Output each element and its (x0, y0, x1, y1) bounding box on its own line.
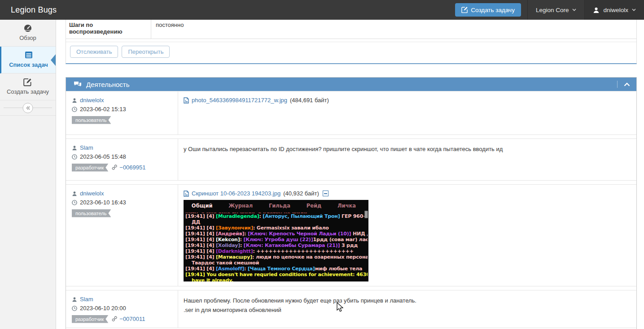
main-content: Шаги по воспроизведению постоянно Отслеж… (56, 20, 644, 329)
chat-line: [19:41] [4] [Kekcon]: [Ключ: Утроба душ … (185, 237, 368, 242)
role-badge: разработчик (72, 315, 108, 323)
chevron-up-icon (624, 82, 630, 87)
clock-icon (72, 154, 77, 160)
table-spacer (66, 39, 636, 42)
comment-date: 2023-06-10 16:43 (80, 199, 126, 206)
top-navbar: Legion Bugs Создать задачу Legion Core d… (0, 0, 644, 20)
chat-tab: Журнал (228, 203, 253, 209)
attachment-size: (484,691 байт) (290, 97, 329, 104)
chevron-down-icon (572, 9, 576, 11)
create-issue-button[interactable]: Создать задачу (455, 3, 521, 17)
clock-icon (72, 306, 77, 311)
monitor-button[interactable]: Отслеживать (70, 46, 118, 58)
row-spacer (66, 286, 636, 290)
project-menu[interactable]: Legion Core (527, 0, 585, 20)
chat-tab: Гильда (269, 203, 290, 209)
comment-date: 2023-06-02 15:13 (80, 106, 126, 113)
sidebar-item-issue-list[interactable]: Список задач (0, 47, 56, 74)
chat-tab: Рейд (307, 203, 322, 209)
sidebar-collapse-button[interactable] (23, 103, 33, 113)
comment-date: 2023-06-05 15:48 (80, 153, 126, 160)
field-label-steps-to-reproduce: Шаги по воспроизведению (66, 20, 151, 39)
double-chevron-left-icon (26, 106, 30, 110)
chat-line: [19:41] [4] [Xoliday]: [Ключ: Катакомбы … (185, 242, 368, 248)
chat-tab: Общий (192, 203, 213, 209)
chat-line: [19:41] [4] [Muradlegenda]: [Анторус, Пы… (185, 213, 368, 219)
activity-panel: Деятельность dniwelolx (66, 77, 637, 329)
chat-line: ДД (185, 219, 368, 225)
comment-author-link[interactable]: dniwelolx (80, 190, 104, 197)
activity-header: Деятельность (66, 78, 636, 91)
panel-footer-strip (66, 328, 636, 329)
chat-scrollbar-thumb (364, 211, 368, 218)
chat-tabs: Общий Журнал Гильда Рейд Личка (184, 203, 364, 209)
attachment-link[interactable]: photo_5463369984911721772_w.jpg (192, 97, 287, 104)
app-title: Legion Bugs (0, 5, 57, 15)
user-icon (593, 7, 600, 13)
user-icon (72, 98, 77, 103)
note-id-link[interactable]: −0070011 (119, 316, 145, 322)
attachment-link[interactable]: Скриншот 10-06-2023 194203.jpg (192, 190, 280, 197)
chat-line: have it already. (185, 277, 368, 281)
chat-line: [19:41] [4] [Ddarknightt]: +++++++++++++… (185, 248, 368, 254)
chevron-down-icon (632, 9, 636, 11)
user-icon (72, 297, 77, 302)
link-icon (112, 164, 118, 170)
chat-tab: Личка (337, 203, 356, 209)
activity-title: Деятельность (86, 81, 130, 88)
comment-text: у Оши пытались перезасчитать по ID дости… (184, 144, 631, 154)
user-icon (72, 145, 77, 151)
active-item-arrow (51, 54, 56, 66)
comment-text-line: Нашел проблему. После обновления нужно б… (184, 296, 631, 305)
row-spacer (66, 134, 636, 139)
collapse-attachment-icon[interactable] (323, 190, 329, 196)
role-badge: пользователь (72, 116, 111, 124)
comment-author-link[interactable]: dniwelolx (80, 97, 104, 104)
user-icon (72, 191, 77, 196)
role-badge: разработчик (72, 164, 108, 172)
sidebar-item-create-issue[interactable]: Создать задачу (0, 74, 56, 100)
chat-line: [19:41] [4] [Матиасшру]: люди по цепочке… (185, 254, 368, 260)
attachment-image-preview: Общий Журнал Гильда Рейд Личка читу, а м… (184, 200, 368, 281)
note-id-link[interactable]: −0069951 (119, 164, 145, 171)
dashboard-icon (23, 24, 33, 33)
collapse-panel-button[interactable] (618, 78, 636, 91)
sidebar-item-overview[interactable]: Обзор (0, 20, 56, 47)
comments-icon (74, 81, 82, 87)
list-icon (24, 51, 34, 60)
link-icon (112, 316, 118, 322)
chat-line: Твардос такой смешной (185, 260, 368, 266)
comment-author-link[interactable]: Slam (80, 296, 93, 303)
comment-author-link[interactable]: Slam (80, 144, 93, 151)
attachment-size: (40,932 байт) (283, 190, 319, 197)
file-image-icon (184, 97, 189, 104)
clock-icon (72, 200, 77, 205)
comment-row: Slam 2023-06-10 20:00 разработчик −00700… (66, 290, 636, 328)
chat-line: [19:41] [4] [Завулончик]: Germasixsix за… (185, 225, 368, 231)
clock-icon (72, 107, 77, 112)
sidebar: Обзор Список задач Создать задачу (0, 20, 56, 329)
sidebar-collapse-row (0, 100, 56, 116)
reopen-button[interactable]: Переоткрыть (122, 46, 170, 58)
field-value-steps-to-reproduce: постоянно (151, 20, 636, 39)
chat-lines: читу, а мне еще ву жили, в клетку не жил… (185, 211, 368, 281)
role-badge: пользователь (72, 209, 111, 217)
user-menu[interactable]: dniwelolx (584, 0, 644, 20)
chat-line: [19:41] [4] [Asmoloff]: [Чаща Темного Се… (185, 266, 368, 272)
issue-details-panel: Шаги по воспроизведению постоянно Отслеж… (66, 20, 637, 64)
file-image-icon (184, 190, 189, 197)
row-spacer (66, 180, 636, 184)
comment-text-line: .ser in для мониторинга обновлений (184, 305, 631, 315)
comment-row: dniwelolx 2023-06-10 16:43 пользователь … (66, 184, 636, 286)
comment-row: Slam 2023-06-05 15:48 разработчик −00699… (66, 139, 636, 180)
chat-line: [19:41] [4] [Андрейв]: [Ключ: Крепость Ч… (185, 231, 368, 237)
chat-line: [19:41] You doesn't have requried condit… (185, 272, 368, 277)
comment-row: dniwelolx 2023-06-02 15:13 пользователь … (66, 91, 636, 134)
pencil-square-icon (23, 78, 33, 87)
comment-date: 2023-06-10 20:00 (80, 305, 126, 312)
pencil-square-icon (461, 7, 468, 13)
